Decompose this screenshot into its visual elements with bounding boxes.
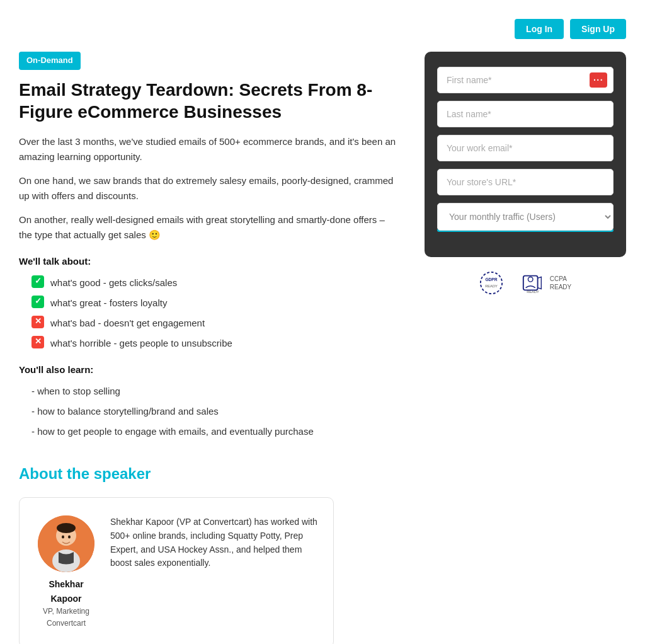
gdpr-icon: GDPR READY <box>479 271 503 295</box>
ccpa-text: CCPA READY <box>550 275 571 291</box>
speaker-company: Convertcart <box>47 618 86 630</box>
svg-point-2 <box>57 523 76 533</box>
about-speaker-heading: About the speaker <box>19 462 399 486</box>
svg-text:READY: READY <box>527 290 539 294</box>
list-item: - how to get people to engage with email… <box>31 424 399 439</box>
svg-text:GDPR: GDPR <box>485 277 497 282</box>
list-item: ✓ what's good - gets clicks/sales <box>31 275 399 290</box>
emoji-dots: ··· <box>593 75 603 85</box>
description-p1: Over the last 3 months, we've studied em… <box>19 134 399 164</box>
ccpa-ready: READY <box>550 283 571 291</box>
check-icon: ✓ <box>31 275 44 288</box>
about-speaker-section: About the speaker <box>19 462 399 644</box>
email-input[interactable] <box>437 135 614 161</box>
list-item: - how to balance storytelling/brand and … <box>31 404 399 419</box>
speaker-card: Shekhar Kapoor VP, Marketing Convertcart… <box>19 497 334 644</box>
avatar <box>38 515 94 572</box>
svg-point-4 <box>62 536 64 539</box>
traffic-select[interactable]: Your monthly traffic (Users) 0-1000 1001… <box>437 203 614 231</box>
description-p3: On another, really well-designed emails … <box>19 212 399 243</box>
signup-button[interactable]: Sign Up <box>570 19 626 39</box>
list-item: - when to stop selling <box>31 384 399 399</box>
speaker-bio: Shekhar Kapoor (VP at Convertcart) has w… <box>110 515 318 570</box>
ccpa-icon: READY <box>521 271 545 295</box>
talk-item-text: what's horrible - gets people to unsubsc… <box>50 336 232 351</box>
talk-item-text: what's bad - doesn't get engagement <box>50 316 205 331</box>
first-name-input[interactable] <box>437 67 614 93</box>
page-title: Email Strategy Teardown: Secrets From 8-… <box>19 79 399 123</box>
talk-item-text: what's great - fosters loyalty <box>50 296 167 311</box>
speaker-role: VP, Marketing <box>43 606 89 618</box>
content-column: On-Demand Email Strategy Teardown: Secre… <box>19 52 399 644</box>
list-item: ✕ what's horrible - gets people to unsub… <box>31 336 399 351</box>
on-demand-badge: On-Demand <box>19 52 81 70</box>
svg-rect-9 <box>523 276 538 290</box>
speaker-avatar-wrap: Shekhar Kapoor VP, Marketing Convertcart <box>35 515 98 630</box>
ccpa-label: CCPA <box>550 275 571 283</box>
description-p2: On one hand, we saw brands that do extre… <box>19 173 399 204</box>
form-column: ··· Your monthly traffic (Users) 0-1000 <box>425 52 626 295</box>
svg-text:READY: READY <box>485 284 498 288</box>
svg-point-5 <box>68 536 71 539</box>
list-item: ✕ what's bad - doesn't get engagement <box>31 316 399 331</box>
learn-list: - when to stop selling - how to balance … <box>31 384 399 439</box>
avatar-svg <box>38 515 94 572</box>
registration-form: ··· Your monthly traffic (Users) 0-1000 <box>425 52 626 257</box>
email-field[interactable] <box>437 135 614 161</box>
ccpa-badge: READY CCPA READY <box>521 271 571 295</box>
login-button[interactable]: Log In <box>515 19 564 39</box>
x-icon: ✕ <box>31 316 44 328</box>
compliance-row: GDPR READY READY CCPA READY <box>425 271 626 295</box>
learn-label: You'll also learn: <box>19 362 399 377</box>
gdpr-badge: GDPR READY <box>479 271 503 295</box>
speaker-name: Shekhar Kapoor <box>35 577 98 606</box>
x-icon: ✕ <box>31 336 44 348</box>
svg-point-6 <box>481 272 502 294</box>
url-field[interactable] <box>437 169 614 195</box>
talk-item-text: what's good - gets clicks/sales <box>50 275 177 290</box>
last-name-input[interactable] <box>437 101 614 127</box>
first-name-field[interactable]: ··· <box>437 67 614 93</box>
traffic-field[interactable]: Your monthly traffic (Users) 0-1000 1001… <box>437 203 614 232</box>
svg-point-10 <box>528 277 533 282</box>
talk-list: ✓ what's good - gets clicks/sales ✓ what… <box>31 275 399 351</box>
last-name-field[interactable] <box>437 101 614 127</box>
talk-about-label: We'll talk about: <box>19 254 399 269</box>
emoji-button[interactable]: ··· <box>590 72 607 88</box>
description-block: Over the last 3 months, we've studied em… <box>19 134 399 243</box>
url-input[interactable] <box>437 169 614 195</box>
check-icon: ✓ <box>31 296 44 308</box>
list-item: ✓ what's great - fosters loyalty <box>31 296 399 311</box>
